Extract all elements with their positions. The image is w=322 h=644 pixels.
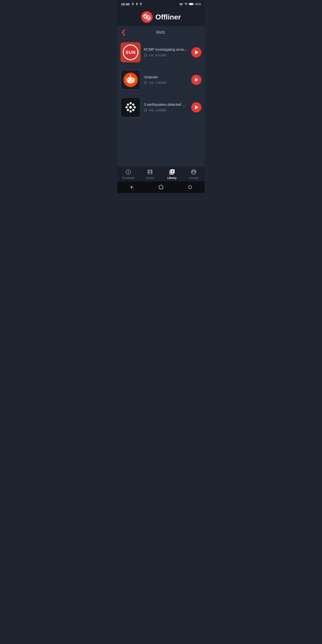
account-nav-label: Account (189, 176, 198, 180)
item-thumbnail-reddit (120, 70, 141, 90)
svg-point-21 (130, 110, 132, 112)
svg-point-12 (126, 79, 128, 80)
clock-icon (144, 81, 147, 84)
svg-rect-17 (130, 75, 132, 76)
battery-level: 91% (195, 2, 201, 6)
nav-item-account[interactable]: Account (187, 169, 200, 180)
bottom-nav: Download Queue Library Account (118, 166, 204, 181)
clock-icon (144, 108, 147, 112)
nav-item-library[interactable]: Library (165, 169, 179, 180)
nav-item-download[interactable]: Download (122, 169, 135, 180)
app-logo (141, 11, 153, 23)
page-title: Web (128, 30, 201, 35)
list-item[interactable]: SUN RCMP investigating arrests by ... n/… (118, 39, 204, 66)
app-header: Offliner (118, 8, 204, 26)
battery-icon (189, 2, 194, 6)
cbc-logo (123, 100, 138, 115)
list-item[interactable]: 3 earthquakes detected within ... n/a 2.… (118, 94, 204, 121)
svg-point-28 (159, 185, 163, 189)
svg-point-14 (134, 79, 134, 80)
nav-item-queue[interactable]: Queue (143, 169, 157, 180)
svg-point-27 (132, 109, 134, 111)
list-item[interactable]: r/popular n/a 3.60MB (118, 66, 204, 94)
play-button[interactable] (191, 102, 202, 112)
status-time: 10:40 (121, 2, 142, 6)
item-time: n/a (149, 81, 154, 84)
svg-point-20 (130, 102, 132, 104)
queue-nav-label: Queue (146, 176, 154, 180)
item-thumbnail-sun: SUN (120, 42, 141, 62)
empty-area (118, 121, 204, 166)
item-info: RCMP investigating arrests by ... n/a 8.… (144, 48, 188, 57)
svg-rect-29 (189, 186, 192, 188)
item-title: r/popular (144, 75, 188, 79)
svg-point-26 (127, 109, 129, 111)
item-size: 2.62MB (155, 108, 166, 112)
content-list: SUN RCMP investigating arrests by ... n/… (118, 39, 204, 166)
back-button[interactable]: ❮ (121, 29, 128, 35)
app-title: Offliner (156, 13, 181, 21)
page-header: ❮ Web (118, 26, 204, 39)
queue-nav-icon (147, 169, 153, 175)
play-icon (195, 78, 198, 82)
svg-point-22 (126, 106, 128, 108)
signal-icon (184, 2, 188, 6)
item-time: n/a (149, 54, 154, 57)
item-info: r/popular n/a 3.60MB (144, 75, 188, 84)
recents-system-button[interactable] (187, 184, 194, 190)
download-nav-icon (125, 169, 132, 175)
wifi-icon (179, 2, 183, 6)
svg-point-9 (129, 80, 130, 80)
sun-logo: SUN (123, 44, 138, 60)
svg-point-25 (132, 104, 134, 106)
reddit-logo (124, 73, 138, 87)
play-button[interactable] (191, 75, 202, 85)
item-meta: n/a 2.62MB (144, 108, 188, 112)
download-nav-label: Download (122, 176, 134, 180)
download-icon-2 (135, 2, 138, 6)
library-nav-label: Library (167, 176, 176, 180)
svg-point-19 (129, 106, 132, 109)
svg-point-10 (132, 80, 132, 80)
status-right-icons: 91% (179, 2, 201, 6)
system-nav-bar (118, 181, 204, 193)
svg-point-24 (127, 104, 129, 106)
play-icon (195, 105, 198, 109)
download-icon-1 (131, 2, 134, 6)
play-button[interactable] (191, 47, 202, 58)
home-system-button[interactable] (158, 184, 164, 190)
svg-rect-2 (193, 4, 194, 4)
status-bar: 10:40 91% (118, 0, 204, 8)
clock-icon (144, 54, 147, 57)
item-size: 8.41MB (155, 54, 166, 57)
item-meta: n/a 8.41MB (144, 54, 188, 57)
item-title: 3 earthquakes detected within ... (144, 103, 188, 107)
svg-point-23 (134, 106, 136, 108)
item-info: 3 earthquakes detected within ... n/a 2.… (144, 103, 188, 112)
item-thumbnail-cbc (120, 97, 141, 118)
play-icon (195, 50, 198, 54)
item-time: n/a (149, 108, 154, 112)
svg-rect-1 (190, 3, 193, 5)
item-size: 3.60MB (155, 81, 166, 84)
download-icon-3 (139, 2, 142, 6)
back-system-button[interactable] (128, 184, 135, 190)
item-meta: n/a 3.60MB (144, 81, 188, 84)
library-nav-icon (169, 169, 175, 175)
item-title: RCMP investigating arrests by ... (144, 48, 188, 52)
download-status-icons (131, 2, 142, 6)
svg-point-6 (126, 77, 134, 84)
account-nav-icon (190, 169, 197, 175)
